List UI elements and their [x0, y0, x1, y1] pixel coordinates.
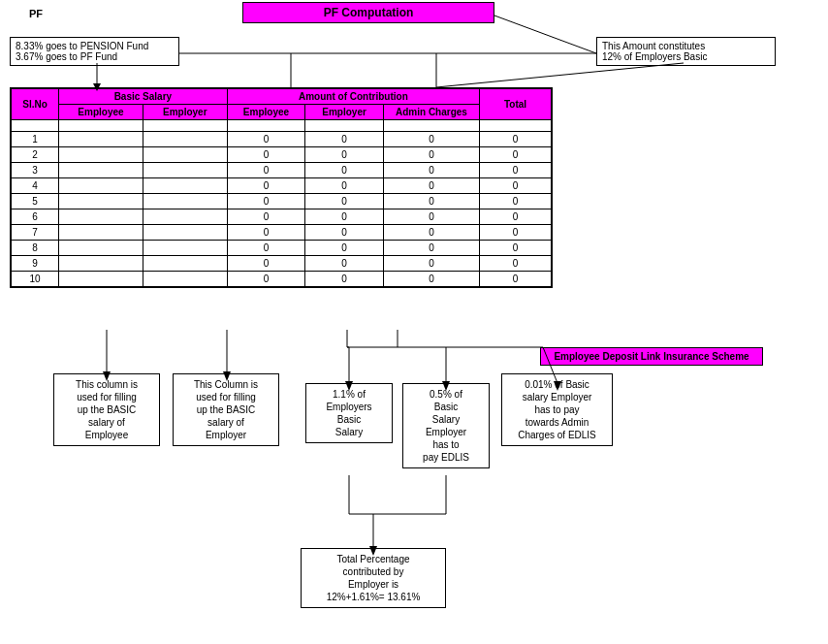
cell-admin[interactable]: 0 — [383, 194, 479, 209]
cell-total[interactable]: 0 — [480, 256, 552, 272]
cell-total[interactable]: 0 — [480, 147, 552, 163]
cell-emp-basic[interactable] — [59, 241, 143, 256]
cell-er-basic[interactable] — [143, 163, 227, 178]
cell-total[interactable]: 0 — [480, 241, 552, 256]
cell-sl: 3 — [11, 163, 59, 178]
cell-emp-contrib[interactable]: 0 — [227, 256, 305, 272]
table-row: 3 0 0 0 0 — [11, 163, 552, 178]
col-employee-basic-header: Employee — [59, 105, 143, 120]
cell-total[interactable]: 0 — [480, 178, 552, 194]
cell-emp-contrib[interactable]: 0 — [227, 241, 305, 256]
cell-er-contrib[interactable]: 0 — [305, 178, 384, 194]
cell-er-contrib[interactable]: 0 — [305, 132, 384, 147]
table-row: 2 0 0 0 0 — [11, 147, 552, 163]
cell-sl: 1 — [11, 132, 59, 147]
annot-admin-edlis: 0.01% of Basic salary Employer has to pa… — [501, 373, 613, 446]
cell-er-basic[interactable] — [143, 147, 227, 163]
cell-sl: 2 — [11, 147, 59, 163]
edlis-label: Employee Deposit Link Insurance Scheme — [540, 347, 763, 366]
page-container: PF Computation PF 8.33% goes to PENSION … — [0, 0, 828, 644]
pf-label: PF — [29, 8, 43, 19]
cell-sl: 4 — [11, 178, 59, 194]
cell-er-contrib[interactable]: 0 — [305, 241, 384, 256]
col-employer-basic-header: Employer — [143, 105, 227, 120]
cell-emp-contrib[interactable]: 0 — [227, 147, 305, 163]
cell-emp-contrib[interactable]: 0 — [227, 178, 305, 194]
col-amount-contrib-header: Amount of Contribution — [227, 88, 479, 105]
cell-er-basic[interactable] — [143, 225, 227, 241]
table-row: 1 0 0 0 0 — [11, 132, 552, 147]
cell-er-basic[interactable] — [143, 178, 227, 194]
annot-employer-basic: This Column is used for filling up the B… — [173, 373, 279, 446]
cell-total[interactable]: 0 — [480, 209, 552, 225]
cell-total[interactable]: 0 — [480, 163, 552, 178]
cell-er-contrib[interactable]: 0 — [305, 272, 384, 288]
pension-info-box: 8.33% goes to PENSION Fund 3.67% goes to… — [10, 37, 179, 66]
cell-emp-basic[interactable] — [59, 209, 143, 225]
cell-er-contrib[interactable]: 0 — [305, 194, 384, 209]
cell-sl: 10 — [11, 272, 59, 288]
table-row: 10 0 0 0 0 — [11, 272, 552, 288]
cell-er-contrib[interactable]: 0 — [305, 256, 384, 272]
table-row: 4 0 0 0 0 — [11, 178, 552, 194]
cell-er-contrib[interactable]: 0 — [305, 209, 384, 225]
cell-emp-contrib[interactable]: 0 — [227, 132, 305, 147]
table-row: 7 0 0 0 0 — [11, 225, 552, 241]
col-employer-contrib-header: Employer — [305, 105, 384, 120]
cell-admin[interactable]: 0 — [383, 225, 479, 241]
table-row: 6 0 0 0 0 — [11, 209, 552, 225]
col-total-header: Total — [480, 88, 552, 120]
svg-line-2 — [436, 63, 684, 87]
cell-er-basic[interactable] — [143, 132, 227, 147]
cell-er-basic[interactable] — [143, 194, 227, 209]
cell-total[interactable]: 0 — [480, 194, 552, 209]
table-row: 9 0 0 0 0 — [11, 256, 552, 272]
col-admin-charges-header: Admin Charges — [383, 105, 479, 120]
cell-emp-basic[interactable] — [59, 272, 143, 288]
cell-emp-basic[interactable] — [59, 225, 143, 241]
employer-info-box: This Amount constitutes 12% of Employers… — [596, 37, 776, 66]
cell-total[interactable]: 0 — [480, 272, 552, 288]
col-employee-contrib-header: Employee — [227, 105, 305, 120]
cell-admin[interactable]: 0 — [383, 132, 479, 147]
table-row: 8 0 0 0 0 — [11, 241, 552, 256]
cell-admin[interactable]: 0 — [383, 178, 479, 194]
cell-sl: 5 — [11, 194, 59, 209]
cell-er-contrib[interactable]: 0 — [305, 163, 384, 178]
cell-total[interactable]: 0 — [480, 132, 552, 147]
cell-emp-contrib[interactable]: 0 — [227, 272, 305, 288]
cell-emp-basic[interactable] — [59, 163, 143, 178]
annot-total-percentage: Total Percentage contributed by Employer… — [301, 548, 446, 608]
annot-edlis: 0.5% of Basic Salary Employer has to pay… — [402, 383, 490, 468]
cell-total[interactable]: 0 — [480, 225, 552, 241]
cell-admin[interactable]: 0 — [383, 241, 479, 256]
cell-admin[interactable]: 0 — [383, 209, 479, 225]
cell-er-contrib[interactable]: 0 — [305, 147, 384, 163]
cell-emp-contrib[interactable]: 0 — [227, 194, 305, 209]
cell-admin[interactable]: 0 — [383, 163, 479, 178]
cell-emp-basic[interactable] — [59, 178, 143, 194]
cell-emp-contrib[interactable]: 0 — [227, 225, 305, 241]
col-slno-header: Sl.No — [11, 88, 59, 120]
cell-emp-basic[interactable] — [59, 132, 143, 147]
cell-er-basic[interactable] — [143, 256, 227, 272]
cell-admin[interactable]: 0 — [383, 147, 479, 163]
cell-er-basic[interactable] — [143, 209, 227, 225]
cell-admin[interactable]: 0 — [383, 256, 479, 272]
cell-sl: 7 — [11, 225, 59, 241]
cell-emp-basic[interactable] — [59, 194, 143, 209]
cell-emp-basic[interactable] — [59, 147, 143, 163]
cell-admin[interactable]: 0 — [383, 272, 479, 288]
cell-sl: 9 — [11, 256, 59, 272]
cell-emp-contrib[interactable]: 0 — [227, 163, 305, 178]
cell-emp-contrib[interactable]: 0 — [227, 209, 305, 225]
cell-emp-basic[interactable] — [59, 256, 143, 272]
cell-er-basic[interactable] — [143, 241, 227, 256]
annot-employer-basic-salary: 1.1% of Employers Basic Salary — [305, 383, 393, 443]
svg-line-0 — [494, 16, 596, 53]
annot-employee-basic: This column is used for filling up the B… — [53, 373, 160, 446]
cell-er-basic[interactable] — [143, 272, 227, 288]
pf-table-wrapper: Sl.No Basic Salary Amount of Contributio… — [10, 87, 553, 288]
cell-sl: 6 — [11, 209, 59, 225]
cell-er-contrib[interactable]: 0 — [305, 225, 384, 241]
